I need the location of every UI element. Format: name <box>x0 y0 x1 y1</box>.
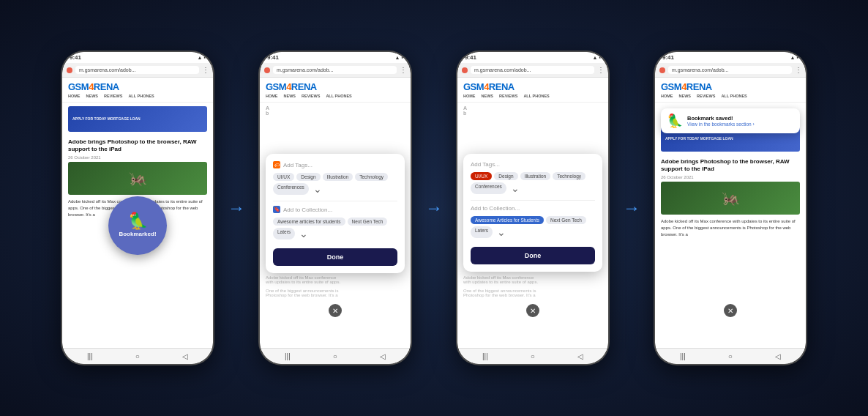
nav-phones-4[interactable]: ALL PHONES <box>721 94 747 98</box>
nav-reviews-1[interactable]: REVIEWS <box>104 94 122 98</box>
nav-home-4[interactable]: HOME <box>661 94 673 98</box>
nav-home-btn-1[interactable]: ○ <box>135 352 140 360</box>
browser-menu-1[interactable]: ⋮ <box>202 66 209 74</box>
status-bar-3: 9:41 ▲ ▪ <box>457 52 608 63</box>
time-3: 9:41 <box>465 54 476 61</box>
nav-home-1[interactable]: HOME <box>68 94 81 98</box>
nav-home-btn-3[interactable]: ○ <box>531 352 535 360</box>
nav-reviews-4[interactable]: REVIEWS <box>697 94 715 98</box>
article-body-3: Adobe kicked off its Max conferencewith … <box>457 272 608 300</box>
tag-design-2[interactable]: Design <box>296 173 320 181</box>
signal-icon-4: ▲ <box>790 55 796 60</box>
done-button-3[interactable]: Done <box>471 247 595 264</box>
browser-menu-2[interactable]: ⋮ <box>400 66 406 74</box>
tag-uiux-3[interactable]: UI/UX <box>471 172 492 180</box>
close-button-3[interactable]: ✕ <box>526 304 539 317</box>
nav-news-2[interactable]: NEWS <box>284 94 296 98</box>
nav-phones-1[interactable]: ALL PHONES <box>128 94 154 98</box>
collection-input-2[interactable]: Add to Collection... <box>283 207 397 213</box>
bottom-nav-4: ||| ○ ◁ <box>655 348 806 364</box>
tag-conferences-2[interactable]: Conferences <box>273 183 309 195</box>
toast-text: Bookmark saved! View in the bookmarks se… <box>687 115 755 127</box>
tag-more-3[interactable]: ⌄ <box>509 182 522 194</box>
bottom-nav-3: ||| ○ ◁ <box>457 348 608 364</box>
nav-back-3[interactable]: ||| <box>482 352 488 360</box>
tags-icon-2: 🏷 <box>273 161 280 168</box>
ad-text-1: APPLY FOR TODAY MORTGAGE LOAN <box>72 116 141 122</box>
tag-illustration-3[interactable]: Illustration <box>520 172 551 180</box>
nav-back-4[interactable]: ||| <box>680 352 686 360</box>
nav-phones-2[interactable]: ALL PHONES <box>326 94 351 98</box>
close-button-2[interactable]: ✕ <box>329 304 342 317</box>
coll-tag-awesome-3[interactable]: Awesome Articles for Students <box>471 216 544 224</box>
close-button-4[interactable]: ✕ <box>724 304 737 317</box>
modal-panel-3[interactable]: Add Tags... UI/UX Design Illustration Te… <box>463 154 602 272</box>
browser-menu-3[interactable]: ⋮ <box>597 66 604 74</box>
bookmarked-text: Bookmarked! <box>119 231 156 238</box>
nav-home-3[interactable]: HOME <box>463 94 476 98</box>
collection-input-3[interactable]: Add to Collection... <box>471 205 595 212</box>
article-body-4: Adobe kicked off its Max conference with… <box>655 215 806 242</box>
phone-3: 9:41 ▲ ▪ m.gsmarena.com/adob... ⋮ GSM4re… <box>456 51 610 365</box>
browser-url-1: m.gsmarena.com/adob... <box>75 66 199 74</box>
coll-tag-awesome-2[interactable]: Awesome articles for students <box>273 218 345 226</box>
gsmarena-logo-4: GSM4rena <box>661 81 800 92</box>
nav-news-3[interactable]: NEWS <box>482 94 494 98</box>
article-date-1: 26 October 2021 <box>62 155 213 162</box>
nav-reviews-3[interactable]: REVIEWS <box>499 94 517 98</box>
coll-tag-nextgen-2[interactable]: Next Gen Tech <box>348 218 388 226</box>
nav-home-btn-2[interactable]: ○ <box>333 352 337 360</box>
tag-more-2[interactable]: ⌄ <box>311 183 324 195</box>
signal-icon-2: ▲ <box>395 55 400 60</box>
nav-recent-1[interactable]: ◁ <box>182 352 188 360</box>
nav-phones-3[interactable]: ALL PHONES <box>523 94 549 98</box>
coll-tag-laters-3[interactable]: Laters <box>471 226 493 238</box>
battery-icon: ▪ <box>204 55 206 60</box>
gsmarena-header-1: GSM4rena HOME NEWS REVIEWS ALL PHONES <box>62 78 213 103</box>
collection-tags-2: Awesome articles for students Next Gen T… <box>273 218 397 239</box>
coll-tag-laters-2[interactable]: Laters <box>273 228 295 239</box>
status-bar-2: 9:41 ▲ ▪ <box>260 52 411 63</box>
phone-4: 9:41 ▲ ▪ m.gsmarena.com/adob... ⋮ GSM4re… <box>654 51 807 365</box>
nav-home-btn-4[interactable]: ○ <box>728 352 733 360</box>
status-icons-1: ▲ ▪ <box>198 55 206 60</box>
status-bar-1: 9:41 ▲ ▪ <box>62 52 213 63</box>
time-2: 9:41 <box>267 54 279 61</box>
collection-tags-3: Awesome Articles for Students Next Gen T… <box>471 216 595 238</box>
done-button-2[interactable]: Done <box>273 248 397 266</box>
coll-tag-more-2[interactable]: ⌄ <box>297 228 310 239</box>
browser-menu-4[interactable]: ⋮ <box>795 66 801 74</box>
gsmarena-header-4: GSM4rena HOME NEWS REVIEWS ALL PHONES <box>655 78 806 103</box>
article-title-1: Adobe brings Photoshop to the browser, R… <box>62 135 213 155</box>
browser-dot-1 <box>67 67 72 73</box>
nav-recent-4[interactable]: ◁ <box>775 352 781 360</box>
gsmarena-logo-1: GSM4rena <box>68 81 207 92</box>
battery-icon-3: ▪ <box>599 55 601 60</box>
nav-recent-3[interactable]: ◁ <box>577 352 583 360</box>
nav-news-1[interactable]: NEWS <box>86 94 99 98</box>
coll-tag-more-3[interactable]: ⌄ <box>495 226 508 238</box>
tag-design-3[interactable]: Design <box>494 172 517 180</box>
status-icons-2: ▲ ▪ <box>395 55 403 60</box>
collection-section-label-3: Add to Collection... <box>471 205 595 212</box>
nav-news-4[interactable]: NEWS <box>679 94 692 98</box>
nav-back-2[interactable]: ||| <box>285 352 291 360</box>
tag-illustration-2[interactable]: Illustration <box>323 173 353 181</box>
gsmarena-logo-3: GSM4rena <box>463 81 602 92</box>
modal-panel-2[interactable]: 🏷 Add Tags... UI/UX Design Illustration … <box>266 154 405 273</box>
coll-tag-nextgen-3[interactable]: Next Gen Tech <box>546 216 586 224</box>
bookmark-toast[interactable]: 🦜 Bookmark saved! View in the bookmarks … <box>661 108 800 133</box>
tags-input-2[interactable]: Add Tags... <box>283 162 397 168</box>
tag-technology-2[interactable]: Technology <box>355 173 388 181</box>
browser-bar-2: m.gsmarena.com/adob... ⋮ <box>260 63 411 78</box>
nav-recent-2[interactable]: ◁ <box>380 352 386 360</box>
tag-conferences-3[interactable]: Conferences <box>471 182 506 194</box>
nav-reviews-2[interactable]: REVIEWS <box>302 94 320 98</box>
nav-home-2[interactable]: HOME <box>266 94 278 98</box>
nav-back-1[interactable]: ||| <box>87 352 93 360</box>
tag-uiux-2[interactable]: UI/UX <box>273 173 294 181</box>
tags-input-3[interactable]: Add Tags... <box>471 161 595 168</box>
toast-subtitle[interactable]: View in the bookmarks section › <box>687 122 755 127</box>
status-bar-4: 9:41 ▲ ▪ <box>655 52 806 63</box>
tag-technology-3[interactable]: Technology <box>553 172 585 180</box>
